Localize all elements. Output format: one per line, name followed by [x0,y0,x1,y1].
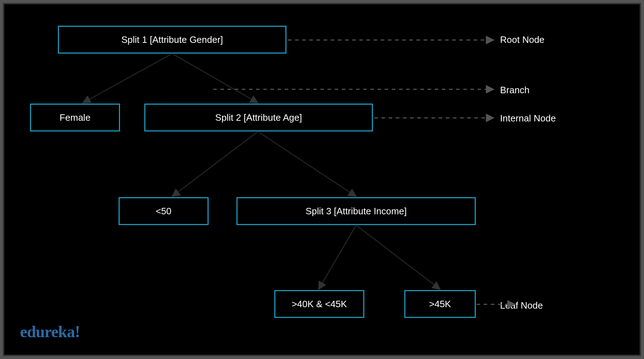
box-gt45k-label: >45K [429,299,451,310]
label-root-node: Root Node [500,34,544,45]
box-lt50: <50 [119,197,209,225]
box-split3: Split 3 [Attribute Income] [236,197,476,225]
edge-split3-gt45k [356,225,440,289]
edge-split1-female [83,54,172,103]
box-lt50-label: <50 [156,206,171,217]
box-split2: Split 2 [Attribute Age] [144,104,373,131]
box-split1: Split 1 [Attribute Gender] [58,26,286,54]
label-internal-node: Internal Node [500,113,556,124]
diagram-frame: Split 1 [Attribute Gender] Female Split … [3,3,641,356]
box-female-label: Female [60,112,91,123]
box-split3-label: Split 3 [Attribute Income] [305,206,406,217]
edge-split3-inc4045 [319,225,356,289]
box-split2-label: Split 2 [Attribute Age] [215,112,302,123]
box-inc40-45: >40K & <45K [274,290,364,318]
edureka-logo: edureka! [20,322,80,341]
edge-split2-split3 [258,131,356,196]
label-leaf-node: Leaf Node [500,300,543,311]
edge-split1-split2 [172,54,258,103]
box-split1-label: Split 1 [Attribute Gender] [121,34,223,45]
box-gt45k: >45K [404,290,476,318]
box-female: Female [30,104,120,131]
box-inc40-45-label: >40K & <45K [292,299,347,310]
label-branch: Branch [500,85,529,96]
edge-split2-lt50 [172,131,258,196]
